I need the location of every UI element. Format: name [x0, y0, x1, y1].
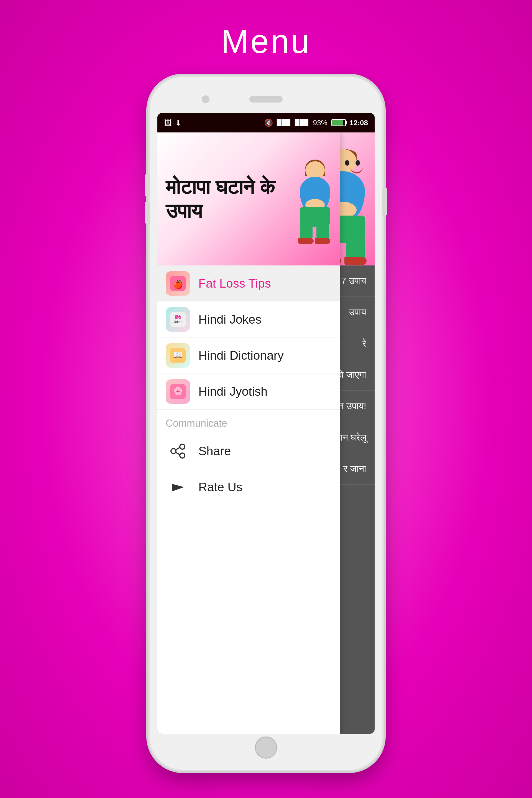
hindi-jyotish-icon: 🌸	[166, 379, 190, 404]
hindi-dictionary-label: Hindi Dictionary	[198, 348, 284, 362]
char-eyes	[345, 160, 360, 166]
svg-text:Jokes: Jokes	[173, 320, 182, 324]
mini-shoe-right	[315, 238, 330, 244]
jokes-app-icon: हिंदो Jokes	[170, 312, 186, 327]
navigation-drawer: मोटापा घटाने के उपाय	[157, 132, 340, 734]
mute-icon: 🔇	[264, 119, 273, 127]
power-button[interactable]	[382, 188, 387, 215]
svg-point-9	[180, 444, 185, 449]
char-leg-right	[346, 238, 365, 260]
volume-up-button[interactable]	[145, 174, 150, 196]
svg-text:📖: 📖	[173, 350, 183, 359]
svg-point-10	[171, 449, 176, 454]
phone-top-bar	[157, 88, 375, 110]
signal-bars-1: ▉▉▉	[277, 119, 291, 126]
menu-item-fat-loss[interactable]: 🍎 Fat Loss Tips	[157, 265, 340, 302]
share-label: Share	[198, 444, 231, 458]
app-content-area: मोटापा घटाने के उपाय	[157, 132, 375, 734]
fat-loss-icon: 🍎	[166, 271, 190, 296]
status-bar: 🖼 ⬇ 🔇 ▉▉▉ ▉▉▉ 93% 12:08	[157, 113, 375, 132]
char-eye-left	[345, 160, 349, 166]
status-left-icons: 🖼 ⬇	[164, 118, 182, 128]
menu-header-banner: मोटापा घटाने के उपाय	[157, 132, 340, 265]
svg-line-13	[176, 453, 180, 455]
rate-svg-icon	[170, 479, 186, 495]
svg-point-11	[180, 453, 185, 458]
svg-text:हिंदो: हिंदो	[175, 315, 181, 319]
char-shoe-right	[344, 257, 366, 265]
hindi-jokes-icon: हिंदो Jokes	[166, 307, 190, 332]
battery-percent: 93%	[313, 119, 327, 127]
share-icon	[166, 439, 190, 463]
menu-item-hindi-jyotish[interactable]: 🌸 Hindi Jyotish	[157, 374, 340, 410]
fat-loss-label: Fat Loss Tips	[198, 277, 271, 290]
menu-item-hindi-jokes[interactable]: हिंदो Jokes Hindi Jokes	[157, 302, 340, 338]
communicate-rate-item[interactable]: Rate Us	[157, 469, 340, 505]
share-svg-icon	[170, 443, 186, 459]
fat-loss-app-icon: 🍎	[170, 276, 186, 291]
clock-time: 12:08	[350, 119, 368, 127]
earpiece-speaker	[249, 96, 283, 102]
communicate-section-header: Communicate	[157, 410, 340, 433]
dictionary-app-icon: 📖	[170, 348, 186, 363]
jyotish-app-icon: 🌸	[170, 384, 186, 399]
communicate-share-item[interactable]: Share	[157, 433, 340, 469]
svg-text:🌸: 🌸	[173, 386, 183, 395]
menu-item-hindi-dictionary[interactable]: 📖 Hindi Dictionary	[157, 338, 340, 374]
rate-icon	[166, 475, 190, 499]
menu-header-character	[294, 157, 332, 241]
front-camera	[202, 95, 209, 103]
mini-leg-left	[300, 224, 312, 240]
svg-marker-14	[172, 484, 184, 492]
status-right-area: 🔇 ▉▉▉ ▉▉▉ 93% 12:08	[264, 119, 368, 127]
svg-line-12	[176, 448, 180, 450]
page-title: Menu	[221, 22, 311, 60]
image-status-icon: 🖼	[164, 118, 172, 128]
char-eye-right	[356, 160, 360, 166]
mini-leg-right	[317, 224, 329, 240]
volume-down-button[interactable]	[145, 202, 150, 224]
char-smile	[350, 167, 363, 173]
mini-shoe-left	[298, 238, 314, 244]
menu-header-hindi-text: मोटापा घटाने के उपाय	[166, 175, 294, 223]
menu-navigation-list: 🍎 Fat Loss Tips हिंदो Jokes	[157, 265, 340, 734]
signal-bars-2: ▉▉▉	[295, 119, 309, 126]
hindi-jokes-label: Hindi Jokes	[198, 312, 261, 326]
hindi-jyotish-label: Hindi Jyotish	[198, 385, 267, 398]
phone-bottom-bar	[157, 737, 375, 759]
battery-indicator	[331, 119, 346, 126]
home-button[interactable]	[255, 737, 277, 759]
svg-text:🍎: 🍎	[173, 279, 184, 289]
phone-shell: 🖼 ⬇ 🔇 ▉▉▉ ▉▉▉ 93% 12:08	[150, 77, 382, 770]
tune-status-icon: ⬇	[175, 118, 182, 128]
phone-screen: 🖼 ⬇ 🔇 ▉▉▉ ▉▉▉ 93% 12:08	[157, 113, 375, 734]
rate-us-label: Rate Us	[198, 480, 243, 494]
hindi-dictionary-icon: 📖	[166, 343, 190, 368]
svg-rect-2	[170, 312, 186, 327]
